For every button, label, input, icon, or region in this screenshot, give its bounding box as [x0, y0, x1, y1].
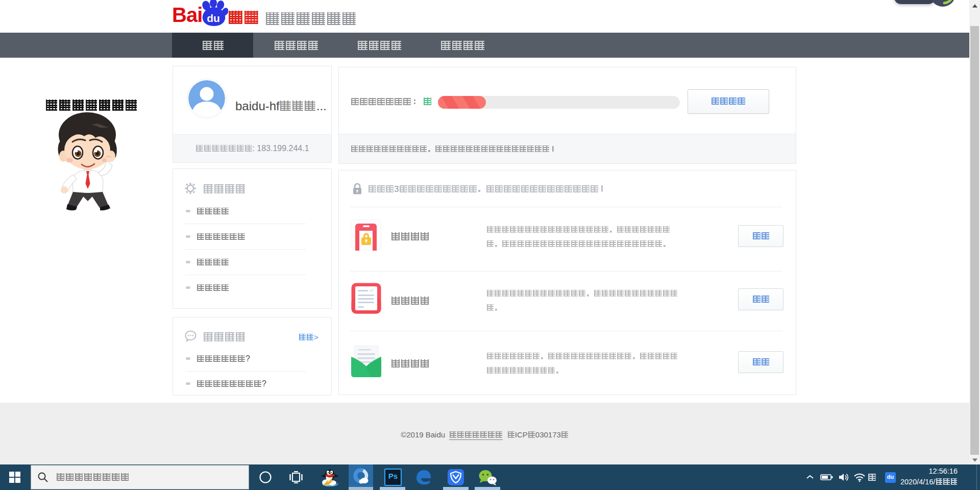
svg-text:du: du [207, 12, 220, 24]
